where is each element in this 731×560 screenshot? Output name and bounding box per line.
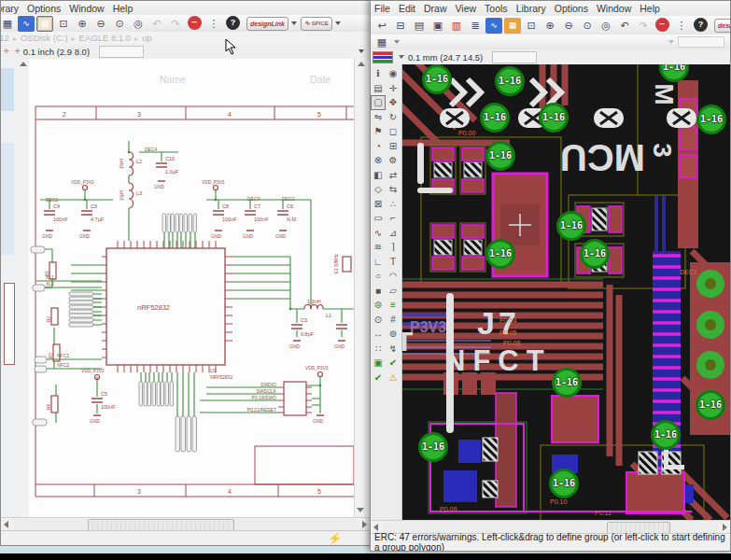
layer-dropdown-arrow[interactable] <box>399 55 404 59</box>
circle-icon[interactable]: ○ <box>371 269 386 284</box>
menu-help[interactable]: Help <box>113 3 134 14</box>
stop-icon[interactable]: − <box>655 18 669 32</box>
zoom-fit-icon[interactable]: ⊡ <box>55 16 72 32</box>
horizontal-scrollbar[interactable] <box>1 517 370 531</box>
route-icon[interactable]: ≋ <box>371 240 386 255</box>
grid-icon[interactable]: ▦ <box>0 16 16 32</box>
warning-icon[interactable]: ⚠ <box>386 371 401 385</box>
pinswap-icon[interactable]: ⇄ <box>386 168 401 183</box>
schematic-icon[interactable]: ∿ <box>18 16 35 32</box>
menu-draw[interactable]: Draw <box>424 3 447 14</box>
optimize-icon[interactable]: ⊿ <box>386 226 401 241</box>
drc-fill-icon[interactable]: ▣ <box>371 356 386 371</box>
erc-check-icon[interactable]: ✔ <box>386 356 401 371</box>
align-icon[interactable]: ▭ <box>371 211 386 226</box>
command-input[interactable] <box>492 51 537 63</box>
crumb-v12[interactable]: V12 <box>0 33 9 43</box>
smash-icon[interactable]: ◔ <box>371 139 386 154</box>
signal-icon[interactable]: ≡ <box>386 298 401 313</box>
split-icon[interactable]: ◇ <box>371 182 386 197</box>
zoom-in-icon[interactable]: ⊕ <box>541 18 558 34</box>
schematic-canvas[interactable]: Name Date 2 3 4 5 3 4 5 <box>29 59 354 517</box>
design-link-dropdown[interactable] <box>291 21 297 25</box>
move-icon[interactable]: ✥ <box>386 95 401 110</box>
display-layers-icon[interactable]: ▤ <box>371 81 386 96</box>
more-icon[interactable]: ⋮ <box>205 16 222 32</box>
polygon-icon[interactable]: ▱ <box>386 284 401 299</box>
info-icon[interactable]: ℹ <box>371 66 386 81</box>
background-scrollbar[interactable] <box>17 59 30 517</box>
hole-icon[interactable]: ⊙ <box>371 313 386 328</box>
ripup-icon[interactable]: ⌉ <box>386 240 401 255</box>
text-icon[interactable]: T <box>386 255 401 270</box>
zoom-select-icon[interactable]: ⊙ <box>579 18 596 34</box>
spice-dropdown[interactable] <box>335 21 341 25</box>
menu-edit[interactable]: Edit <box>399 3 415 14</box>
menu-options[interactable]: Options <box>27 3 61 14</box>
coord-dropdown[interactable] <box>358 49 364 53</box>
vertical-scrollbar[interactable] <box>354 59 367 517</box>
crumb-up[interactable]: up <box>134 33 152 43</box>
value-icon[interactable]: ◻ <box>386 124 401 139</box>
array-icon[interactable]: # <box>386 313 401 328</box>
arc-icon[interactable]: ◠ <box>386 269 401 284</box>
design-link-button[interactable]: designLink <box>246 17 288 31</box>
menu-window[interactable]: Window <box>69 3 104 14</box>
menu-library[interactable]: Library <box>516 3 546 14</box>
ratsnest-icon[interactable]: ∷ <box>371 342 386 357</box>
via-icon[interactable]: ⊜ <box>371 298 386 313</box>
cam-icon[interactable]: ▥ <box>448 18 465 34</box>
grid-dropdown[interactable] <box>394 40 400 44</box>
select-group-icon[interactable]: ▢ <box>371 95 386 110</box>
menu-window[interactable]: Window <box>597 3 631 14</box>
menu-view[interactable]: View <box>456 3 477 14</box>
redo-icon[interactable]: ↷ <box>635 18 652 34</box>
miter-icon[interactable]: ⌐ <box>386 211 401 226</box>
wire-icon[interactable]: ∟ <box>371 255 386 270</box>
dimension-icon[interactable]: ↔ <box>371 327 386 342</box>
undo-icon[interactable]: ↶ <box>148 16 165 32</box>
board-icon[interactable]: ▦ <box>504 18 521 34</box>
print-icon[interactable]: ▤ <box>411 18 428 34</box>
change-icon[interactable]: ⚙ <box>386 153 401 168</box>
zoom-out-icon[interactable]: ⊖ <box>560 18 577 34</box>
mark-icon[interactable]: ✛ <box>386 81 401 96</box>
layer-select-dropdown[interactable] <box>373 51 393 63</box>
undo-icon[interactable]: ↶ <box>616 18 633 34</box>
help-icon[interactable]: ? <box>694 18 708 32</box>
drc-check-icon[interactable]: ✔ <box>371 371 386 385</box>
pad-icon[interactable]: ⊚ <box>386 327 401 342</box>
name-icon[interactable]: ⚑ <box>371 124 386 139</box>
import-icon[interactable]: ↩ <box>373 18 390 34</box>
grid-settings-icon[interactable]: ▦ <box>373 35 390 50</box>
board-editor-window[interactable]: FileEditDrawViewToolsLibraryOptionsWindo… <box>370 0 731 552</box>
crumb-osdisk[interactable]: OSDisk (C:) <box>13 33 68 43</box>
schematic-editor-window[interactable]: LibraryOptionsWindowHelp ▦∿▦⊡⊕⊖⊙◎↶↷−⋮? d… <box>0 0 371 546</box>
schematic-icon[interactable]: ∿ <box>485 18 502 34</box>
rotate-icon[interactable]: ↻ <box>386 110 401 125</box>
zoom-fit-icon[interactable]: ⊡ <box>523 18 540 34</box>
menu-help[interactable]: Help <box>640 3 660 14</box>
more-icon[interactable]: ⋮ <box>673 18 690 34</box>
autoroute-icon[interactable]: ↯ <box>386 342 401 357</box>
gateswap-icon[interactable]: ⇆ <box>386 182 401 197</box>
unlock-icon[interactable]: ∴ <box>386 197 401 212</box>
stop-icon[interactable]: − <box>188 16 202 30</box>
zoom-redraw-icon[interactable]: ◎ <box>130 16 147 32</box>
lock-icon[interactable]: ⊠ <box>371 197 386 212</box>
help-icon[interactable]: ? <box>226 16 240 30</box>
board-icon[interactable]: ▦ <box>36 16 53 32</box>
paste-icon[interactable]: ◧ <box>371 168 386 183</box>
zoom-redraw-icon[interactable]: ◎ <box>597 18 614 34</box>
save-icon[interactable]: ⊟ <box>392 18 409 34</box>
design-link-button[interactable]: designLink <box>714 19 731 33</box>
menu-options[interactable]: Options <box>555 3 588 14</box>
menu-library[interactable]: Library <box>0 3 19 14</box>
copy-icon[interactable]: ⊞ <box>386 139 401 154</box>
board-canvas[interactable]: MCU M 3 P3V3 T J7 NFCT P0.00 P0.04 P0.05… <box>402 64 731 520</box>
zoom-select-icon[interactable]: ⊙ <box>111 16 128 32</box>
redo-icon[interactable]: ↷ <box>167 16 184 32</box>
spice-button[interactable]: ∿ SPICE <box>301 17 332 31</box>
mirror-icon[interactable]: ⇋ <box>371 110 386 125</box>
rect-icon[interactable]: ■ <box>371 284 386 299</box>
